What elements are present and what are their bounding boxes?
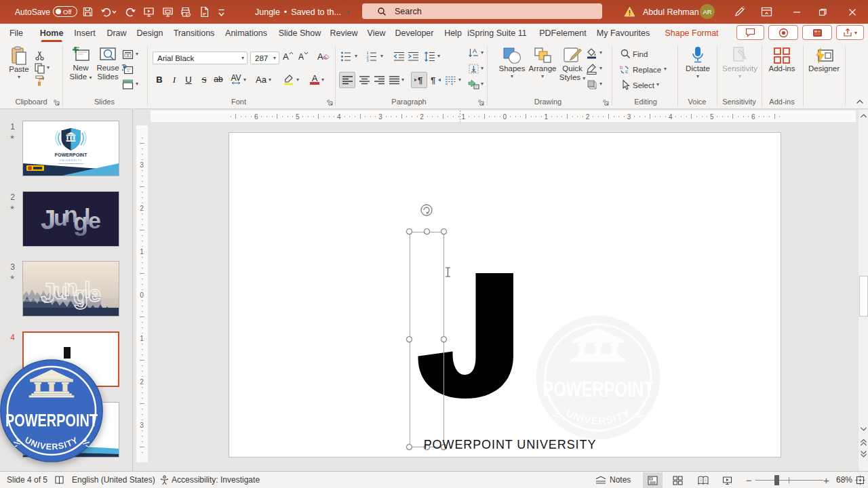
accessibility-status[interactable]: Accessibility: Investigate <box>172 472 260 488</box>
font-color-button[interactable]: A <box>309 73 321 85</box>
slideshow-view-button[interactable] <box>717 472 737 488</box>
paragraph-dialog-launcher[interactable] <box>477 99 485 106</box>
dictate-button[interactable]: Dictate ▾ <box>681 43 715 79</box>
start-slideshow-icon[interactable] <box>143 6 155 18</box>
resize-handle-top-left[interactable] <box>406 228 412 235</box>
normal-view-button[interactable] <box>643 472 663 488</box>
tab-developer[interactable]: Developer <box>395 24 434 42</box>
character-spacing-button[interactable]: AV <box>230 73 242 85</box>
font-dialog-launcher[interactable] <box>326 99 334 106</box>
vertical-scrollbar[interactable] <box>858 110 868 471</box>
tab-insert[interactable]: Insert <box>74 24 95 42</box>
increase-indent-icon[interactable] <box>408 51 419 62</box>
resize-handle-middle-left[interactable] <box>406 336 412 342</box>
find-label[interactable]: Find <box>633 50 648 58</box>
rotation-handle[interactable] <box>420 203 433 217</box>
slide-editing-surface[interactable]: POWERPOINT UNIVERSITY <box>229 132 781 458</box>
scroll-down-button[interactable] <box>859 424 868 434</box>
tab-my-favourites[interactable]: My Favourites <box>597 24 650 42</box>
shape-outline-icon[interactable] <box>586 63 597 75</box>
drawing-dialog-launcher[interactable] <box>602 99 610 106</box>
addins-button[interactable]: Add-ins <box>764 43 800 73</box>
format-painter-icon[interactable] <box>34 75 45 86</box>
font-color-menu-chevron[interactable]: ▾ <box>321 77 324 83</box>
rtl-icon[interactable]: ¶ <box>430 75 441 86</box>
tab-animations[interactable]: Animations <box>225 24 267 42</box>
slideshow-window-icon[interactable] <box>162 6 174 18</box>
language-indicator[interactable]: English (United States) <box>72 472 155 488</box>
replace-label[interactable]: Replace <box>633 66 661 74</box>
slide-3-thumbnail[interactable]: J u n g l e <box>22 261 119 317</box>
tab-slide-show[interactable]: Slide Show <box>279 24 321 42</box>
reset-slide-icon[interactable] <box>122 64 134 75</box>
shapes-button[interactable]: Shapes ▾ <box>497 43 527 79</box>
customize-qat-icon[interactable] <box>218 7 225 19</box>
line-spacing-icon[interactable] <box>424 51 435 62</box>
notes-toggle[interactable]: Notes <box>610 472 631 488</box>
copy-icon[interactable] <box>34 62 45 74</box>
present-in-teams-button[interactable] <box>802 25 832 40</box>
new-slide-button[interactable]: New Slide ▾ <box>66 43 95 82</box>
tab-view[interactable]: View <box>368 24 386 42</box>
zoom-percentage[interactable]: 68% <box>836 472 852 488</box>
columns-icon[interactable] <box>445 75 456 86</box>
numbering-menu-chevron[interactable]: ▾ <box>380 53 383 59</box>
scroll-up-button[interactable] <box>859 110 868 121</box>
italic-button[interactable]: I <box>168 75 180 85</box>
copy-menu-chevron[interactable]: ▾ <box>47 64 50 70</box>
resize-handle-top-right[interactable] <box>441 228 447 235</box>
shape-fill-menu-chevron[interactable]: ▾ <box>599 49 602 56</box>
select-label[interactable]: Select <box>633 81 654 89</box>
warning-icon[interactable] <box>624 6 635 18</box>
slide-1-thumbnail[interactable]: POWERPOINT UNIVERSITY <box>22 121 119 176</box>
numbering-icon[interactable]: 123 <box>366 51 378 62</box>
clear-formatting-button[interactable]: A <box>317 52 330 62</box>
strike-ab-button[interactable]: ab <box>212 75 224 84</box>
restore-button[interactable] <box>811 0 834 24</box>
undo-icon[interactable] <box>100 6 112 18</box>
accessibility-icon[interactable] <box>159 475 170 485</box>
tab-file[interactable]: File <box>9 24 23 42</box>
scrollbar-thumb[interactable] <box>859 276 868 317</box>
collapse-ribbon-chevron[interactable] <box>856 99 864 104</box>
change-case-button[interactable]: Aa <box>255 75 267 85</box>
align-right-icon[interactable] <box>374 75 385 86</box>
shape-outline-menu-chevron[interactable]: ▾ <box>599 65 602 71</box>
columns-menu-chevron[interactable]: ▾ <box>458 77 461 83</box>
close-button[interactable] <box>841 0 864 24</box>
tab-help[interactable]: Help <box>444 24 462 42</box>
align-text-icon[interactable] <box>468 63 479 75</box>
print-preview-icon[interactable] <box>199 6 210 18</box>
shape-fill-icon[interactable] <box>586 47 597 59</box>
quick-styles-button[interactable]: Quick Styles ▾ <box>557 43 587 83</box>
comments-button[interactable] <box>736 25 764 40</box>
slide-caption-text[interactable]: POWERPOINT UNIVERSITY <box>229 438 791 452</box>
tab-shape-format[interactable]: Shape Format <box>665 24 718 42</box>
zoom-in-button[interactable]: + <box>823 472 829 488</box>
slide-sorter-view-button[interactable] <box>668 472 688 488</box>
slide-layout-icon[interactable] <box>122 49 134 60</box>
text-direction-icon[interactable]: A <box>468 47 479 59</box>
ribbon-display-options-icon[interactable] <box>761 6 772 18</box>
replace-icon[interactable]: b c <box>619 64 631 75</box>
tab-transitions[interactable]: Transitions <box>174 24 215 42</box>
search-bar[interactable]: Search <box>362 3 602 19</box>
textbox-selection[interactable] <box>410 232 444 447</box>
zoom-slider-thumb[interactable] <box>774 475 779 485</box>
font-size-combobox[interactable]: 287 ▾ <box>250 52 279 64</box>
increase-font-size-button[interactable]: A <box>283 52 294 62</box>
bullets-menu-chevron[interactable]: ▾ <box>355 53 357 59</box>
arrange-button[interactable]: Arrange ▾ <box>528 43 557 79</box>
slide-counter[interactable]: Slide 4 of 5 <box>7 472 47 488</box>
paste-button[interactable]: Paste ▾ <box>5 43 33 80</box>
highlight-color-icon[interactable] <box>283 74 294 85</box>
document-title[interactable]: Jungle • Saved to th... ▾ <box>255 0 349 24</box>
tab-pdfelement[interactable]: PDFelement <box>539 24 586 42</box>
ink-pen-icon[interactable] <box>734 6 745 18</box>
quick-print-icon[interactable] <box>180 6 191 18</box>
reuse-slides-button[interactable]: Reuse Slides <box>95 43 121 81</box>
share-button[interactable]: ▾ <box>836 25 864 40</box>
font-name-chevron[interactable]: ▾ <box>241 55 244 61</box>
decrease-indent-icon[interactable] <box>393 51 405 62</box>
select-icon[interactable] <box>620 79 631 91</box>
